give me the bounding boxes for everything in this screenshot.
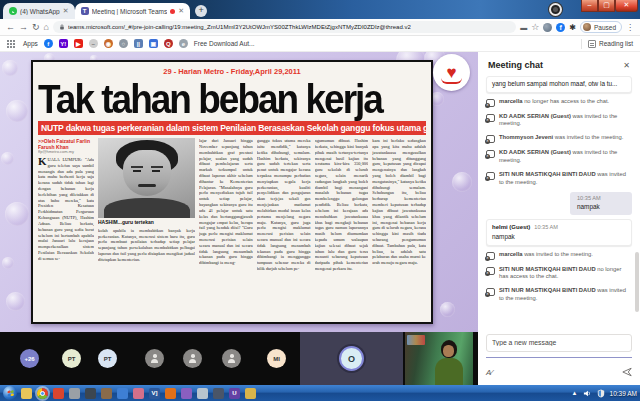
chat-message: marcella no longer has access to the cha… — [486, 97, 632, 108]
person-removed-icon — [486, 99, 495, 107]
participant-avatar-ghost2[interactable] — [183, 349, 202, 368]
defender-shield-icon[interactable] — [597, 389, 605, 398]
profile-paused-pill[interactable]: Paused — [580, 21, 622, 33]
self-video-tile[interactable] — [405, 332, 473, 385]
extension-globe-icon[interactable] — [543, 23, 552, 32]
bookmark-icon-globe[interactable]: ○ — [119, 39, 128, 48]
home-icon[interactable]: ⌂ — [44, 23, 49, 32]
person-removed-icon — [486, 150, 495, 158]
participant-avatar-overflow[interactable]: +26 — [20, 349, 39, 368]
chat-message: yang belum sampai mohon maaf, otw la tu.… — [486, 76, 632, 93]
chat-input[interactable] — [486, 334, 632, 352]
paused-label: Paused — [594, 24, 616, 31]
chat-message: 10:35 AM nampak — [486, 192, 632, 216]
taskbar-app-red-icon[interactable] — [53, 388, 64, 399]
address-bar[interactable]: teams.microsoft.com/_#/pre-join-calling/… — [53, 21, 516, 33]
bookmark-star-icon[interactable]: ☆ — [531, 23, 539, 32]
reload-icon[interactable]: ↻ — [32, 23, 40, 32]
participant-avatar-pt2[interactable]: PT — [98, 349, 117, 368]
forward-icon[interactable]: → — [19, 23, 28, 32]
browser-menu-icon[interactable]: ⋮ — [626, 23, 634, 32]
chat-message: KD AADK SERIAN (Guest) was invited to th… — [486, 148, 632, 166]
taskbar-app-light-icon[interactable] — [197, 388, 208, 399]
avatar — [583, 23, 591, 31]
taskbar-app-blue-icon[interactable] — [117, 388, 128, 399]
volume-icon[interactable] — [583, 389, 592, 398]
taskbar-twitch-icon[interactable]: U — [229, 388, 240, 399]
bookmark-icon-shutter[interactable]: ◉ — [104, 39, 113, 48]
person-silhouette-icon — [150, 354, 159, 363]
windows-taskbar: V]U ▲ 10:39 AM — [0, 385, 640, 401]
meeting-stage: 29 - Harian Metro - Friday,April 29,2011… — [0, 52, 478, 385]
meeting-chat-panel: Meeting chat ✕ yang belum sampai mohon m… — [478, 52, 640, 385]
tab-media-icon[interactable]: ▬ — [520, 24, 527, 31]
facebook-extension-icon[interactable]: f — [556, 23, 565, 32]
chat-title: Meeting chat — [488, 60, 543, 70]
tab-whatsapp[interactable]: (4) WhatsApp ✕ — [3, 3, 75, 19]
screen-recorder-button[interactable] — [549, 3, 562, 16]
participant-avatar-mi[interactable]: MI — [267, 349, 286, 368]
whatsapp-icon — [9, 7, 17, 15]
close-icon[interactable]: ✕ — [63, 7, 69, 15]
taskbar-clock[interactable]: 10:39 AM — [610, 390, 637, 397]
youtube-bookmark-icon[interactable]: ▶ — [74, 39, 83, 48]
apps-label[interactable]: Apps — [23, 40, 38, 47]
taskbar-firefox-icon[interactable] — [165, 388, 176, 399]
browser-tab-strip: (4) WhatsApp ✕ T Meeting | Microsoft Tea… — [0, 0, 640, 19]
taskbar-chrome-icon[interactable] — [37, 388, 48, 399]
bookmark-icon-gray[interactable]: ~ — [89, 39, 98, 48]
close-chat-icon[interactable]: ✕ — [623, 61, 630, 70]
chat-scrollbar[interactable] — [635, 252, 639, 312]
chat-message-list: yang belum sampai mohon maaf, otw la tu.… — [478, 74, 640, 327]
bookmark-free-download[interactable]: Free Download Aut... — [194, 40, 255, 47]
maximize-button[interactable]: ▢ — [598, 0, 615, 12]
apps-grid-icon[interactable] — [7, 40, 15, 48]
taskbar-app-gray-icon[interactable] — [69, 388, 80, 399]
free-download-bookmark-icon[interactable]: e — [179, 39, 188, 48]
participant-avatar-ghost1[interactable] — [145, 349, 164, 368]
newspaper-photo-column: HASHIM...guru tertekan kolah apabila ia … — [98, 138, 195, 316]
media-recording-dot-icon — [170, 9, 175, 14]
bookmark-icon-drive[interactable]: ▣ — [149, 39, 158, 48]
extensions-puzzle-icon[interactable]: ✱ — [569, 23, 576, 32]
new-tab-button[interactable]: + — [195, 5, 207, 17]
reading-list-button[interactable]: Reading list — [581, 39, 633, 49]
taskbar-app-brown-icon[interactable] — [101, 388, 112, 399]
participant-avatar-pt1[interactable]: PT — [62, 349, 81, 368]
taskbar-app-pink-icon[interactable] — [133, 388, 144, 399]
format-icon[interactable]: A⁄ — [486, 368, 493, 377]
participant-avatar-ghost3[interactable] — [222, 349, 241, 368]
close-window-button[interactable]: ✕ — [615, 0, 638, 12]
chat-composer — [478, 327, 640, 363]
send-icon[interactable] — [622, 363, 632, 381]
quora-bookmark-icon[interactable]: Q — [164, 39, 173, 48]
active-speaker-tile[interactable]: O — [300, 332, 403, 385]
window-controls: – ▢ ✕ — [581, 0, 638, 12]
desktop-screen: (4) WhatsApp ✕ T Meeting | Microsoft Tea… — [0, 0, 640, 401]
facebook-bookmark-icon[interactable]: f — [44, 39, 53, 48]
taskbar-app-dark-icon[interactable] — [85, 388, 96, 399]
back-icon[interactable]: ← — [6, 23, 15, 32]
taskbar-folder2-icon[interactable] — [245, 388, 256, 399]
newspaper-column: ganggu fokus utama mereka iaitu mendidik… — [257, 138, 311, 316]
bookmark-icon-bars[interactable]: || — [134, 39, 143, 48]
newspaper-subhead: NUTP dakwa tugas perkeranian dalam siste… — [38, 121, 426, 135]
reading-list-label: Reading list — [599, 40, 633, 47]
taskbar-word-icon[interactable]: V] — [149, 388, 160, 399]
minimize-button[interactable]: – — [581, 0, 598, 12]
taskbar-app-slate-icon[interactable] — [213, 388, 224, 399]
chat-message: KD AADK SERIAN (Guest) was invited to th… — [486, 112, 632, 130]
shared-slide: 29 - Harian Metro - Friday,April 29,2011… — [0, 52, 478, 332]
taskbar-explorer-icon[interactable] — [21, 388, 32, 399]
url-text: teams.microsoft.com/_#/pre-join-calling/… — [68, 24, 411, 30]
tray-expand-icon[interactable]: ▲ — [572, 390, 578, 396]
tab-teams-meeting[interactable]: T Meeting | Microsoft Teams ✕ — [75, 3, 191, 19]
close-icon[interactable]: ✕ — [178, 7, 184, 15]
start-button[interactable] — [3, 386, 17, 400]
yahoo-bookmark-icon[interactable]: Y! — [59, 39, 68, 48]
newspaper-column: ngumuman dibuat. Hashim berkata, sehingg… — [315, 138, 369, 316]
person-removed-icon — [486, 172, 495, 180]
person-removed-icon — [486, 252, 495, 260]
newspaper-body: >>Oleh Faizatul Farlin Farush Khan ffp@h… — [38, 138, 426, 316]
taskbar-app-purple-icon[interactable] — [181, 388, 192, 399]
